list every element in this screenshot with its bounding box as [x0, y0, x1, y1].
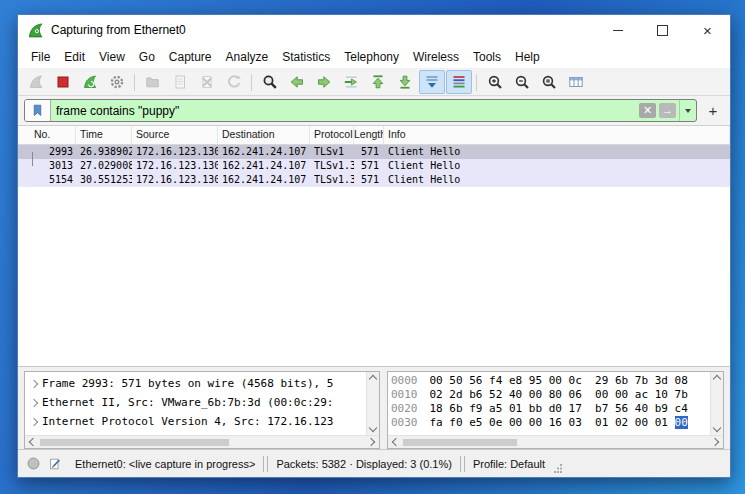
- display-filter-input[interactable]: frame contains "puppy" ✕ →: [24, 99, 697, 122]
- cell-protocol: TLSv1.3: [310, 159, 354, 173]
- expand-chevron-icon[interactable]: [30, 417, 38, 425]
- packet-details-content[interactable]: Frame 2993: 571 bytes on wire (4568 bits…: [25, 372, 366, 435]
- scroll-down-icon[interactable]: [713, 424, 721, 432]
- go-to-packet-button[interactable]: [338, 70, 364, 94]
- details-vertical-scrollbar[interactable]: [366, 372, 379, 435]
- resize-columns-button[interactable]: [563, 70, 589, 94]
- details-horizontal-scrollbar[interactable]: [25, 435, 379, 448]
- column-header-time[interactable]: Time: [76, 126, 132, 144]
- cell-protocol: TLSv1.3: [310, 173, 354, 187]
- hex-row[interactable]: 001002 2d b6 52 40 00 80 06 00 00 ac 10 …: [391, 388, 710, 402]
- reload-file-button: [221, 70, 247, 94]
- scroll-down-icon[interactable]: [369, 424, 377, 432]
- packet-bytes-content[interactable]: 000000 50 56 f4 e8 95 00 0c 29 6b 7b 3d …: [388, 372, 710, 435]
- hex-row[interactable]: 002018 6b f9 a5 01 bb d0 17 b7 56 40 b9 …: [391, 402, 710, 416]
- maximize-button[interactable]: [640, 15, 685, 45]
- menu-analyze[interactable]: Analyze: [219, 50, 276, 64]
- cell-time: 26.938902: [76, 145, 132, 159]
- go-back-button[interactable]: [284, 70, 310, 94]
- profile-text[interactable]: Profile: Default: [473, 458, 545, 470]
- capture-comment-icon: [48, 457, 62, 471]
- scroll-right-icon[interactable]: [711, 438, 719, 446]
- scroll-up-icon[interactable]: [369, 375, 377, 383]
- packet-bytes-pane: 000000 50 56 f4 e8 95 00 0c 29 6b 7b 3d …: [387, 371, 724, 449]
- hex-row[interactable]: 0030fa f0 e5 0e 00 00 16 03 01 02 00 01 …: [391, 416, 710, 430]
- zoom-in-button[interactable]: [482, 70, 508, 94]
- menu-file[interactable]: File: [24, 50, 57, 64]
- related-packet-marker: [32, 152, 33, 159]
- close-file-icon: [199, 74, 215, 90]
- colorize-button[interactable]: [446, 70, 472, 94]
- column-header-no[interactable]: No.: [18, 126, 76, 144]
- menu-help[interactable]: Help: [508, 50, 547, 64]
- menu-statistics[interactable]: Statistics: [275, 50, 337, 64]
- detail-line[interactable]: Ethernet II, Src: VMware_6b:7b:3d (00:0c…: [28, 393, 366, 412]
- close-button[interactable]: ×: [685, 15, 730, 45]
- scroll-left-icon[interactable]: [29, 438, 37, 446]
- stop-capture-button[interactable]: [50, 70, 76, 94]
- menu-view[interactable]: View: [92, 50, 132, 64]
- toolbar-separator: [476, 74, 477, 91]
- packet-row[interactable]: 299326.938902172.16.123.130162.241.24.10…: [18, 145, 730, 159]
- capture-stop-icon: [55, 74, 71, 90]
- filter-clear-button[interactable]: ✕: [639, 103, 656, 118]
- go-first-packet-button[interactable]: [365, 70, 391, 94]
- menu-capture[interactable]: Capture: [162, 50, 219, 64]
- expert-info-button[interactable]: [26, 456, 41, 471]
- detail-line[interactable]: Frame 2993: 571 bytes on wire (4568 bits…: [28, 374, 366, 393]
- resize-grip[interactable]: [553, 463, 563, 475]
- menu-edit[interactable]: Edit: [57, 50, 92, 64]
- cell-length: 571: [354, 145, 384, 159]
- zoom-out-button[interactable]: [509, 70, 535, 94]
- detail-line[interactable]: Internet Protocol Version 4, Src: 172.16…: [28, 412, 366, 431]
- find-packet-icon: [262, 74, 278, 90]
- toolbar-separator: [134, 74, 135, 91]
- filter-text[interactable]: frame contains "puppy": [51, 104, 639, 118]
- bytes-horizontal-scrollbar[interactable]: [388, 435, 723, 448]
- hex-row[interactable]: 000000 50 56 f4 e8 95 00 0c 29 6b 7b 3d …: [391, 374, 710, 388]
- go-last-packet-button[interactable]: [392, 70, 418, 94]
- minimize-button[interactable]: [595, 15, 640, 45]
- filter-apply-button[interactable]: →: [659, 103, 676, 118]
- packet-list: No.TimeSourceDestinationProtocolLengthIn…: [18, 126, 730, 367]
- scrollbar-thumb[interactable]: [403, 439, 517, 446]
- restart-capture-button[interactable]: [77, 70, 103, 94]
- column-header-info[interactable]: Info: [384, 126, 730, 144]
- bytes-vertical-scrollbar[interactable]: [710, 372, 723, 435]
- save-file-icon: [172, 74, 188, 90]
- zoom-reset-icon: [541, 74, 557, 90]
- capture-options-button[interactable]: [104, 70, 130, 94]
- scroll-left-icon[interactable]: [392, 438, 400, 446]
- packet-row[interactable]: 301327.029008172.16.123.130162.241.24.10…: [18, 159, 730, 173]
- column-header-length[interactable]: Length: [354, 126, 384, 144]
- scroll-up-icon[interactable]: [713, 375, 721, 383]
- menu-wireless[interactable]: Wireless: [406, 50, 466, 64]
- column-header-destination[interactable]: Destination: [218, 126, 310, 144]
- expand-chevron-icon[interactable]: [30, 398, 38, 406]
- packet-row[interactable]: 515430.551253172.16.123.130162.241.24.10…: [18, 173, 730, 187]
- filter-add-button[interactable]: +: [702, 100, 724, 121]
- filter-dropdown-button[interactable]: [679, 100, 696, 121]
- menu-tools[interactable]: Tools: [466, 50, 508, 64]
- packet-counts-text: Packets: 5382 · Displayed: 3 (0.1%): [276, 458, 451, 470]
- expert-info-icon: [26, 456, 41, 471]
- expand-chevron-icon[interactable]: [30, 379, 38, 387]
- column-header-source[interactable]: Source: [132, 126, 218, 144]
- menu-go[interactable]: Go: [132, 50, 162, 64]
- open-file-button: [140, 70, 166, 94]
- column-header-protocol[interactable]: Protocol: [310, 126, 354, 144]
- maximize-icon: [657, 25, 668, 36]
- auto-scroll-button[interactable]: [419, 70, 445, 94]
- find-packet-button[interactable]: [257, 70, 283, 94]
- go-forward-button[interactable]: [311, 70, 337, 94]
- scrollbar-thumb[interactable]: [40, 439, 229, 446]
- zoom-reset-button[interactable]: [536, 70, 562, 94]
- packet-list-body[interactable]: 299326.938902172.16.123.130162.241.24.10…: [18, 145, 730, 187]
- menu-telephony[interactable]: Telephony: [337, 50, 406, 64]
- hex-offset: 0030: [391, 416, 418, 429]
- selected-byte[interactable]: 00: [675, 416, 688, 429]
- filter-bookmark-button[interactable]: [25, 100, 51, 121]
- colorize-icon: [451, 74, 467, 90]
- capture-comment-button[interactable]: [48, 457, 62, 471]
- scroll-right-icon[interactable]: [367, 438, 375, 446]
